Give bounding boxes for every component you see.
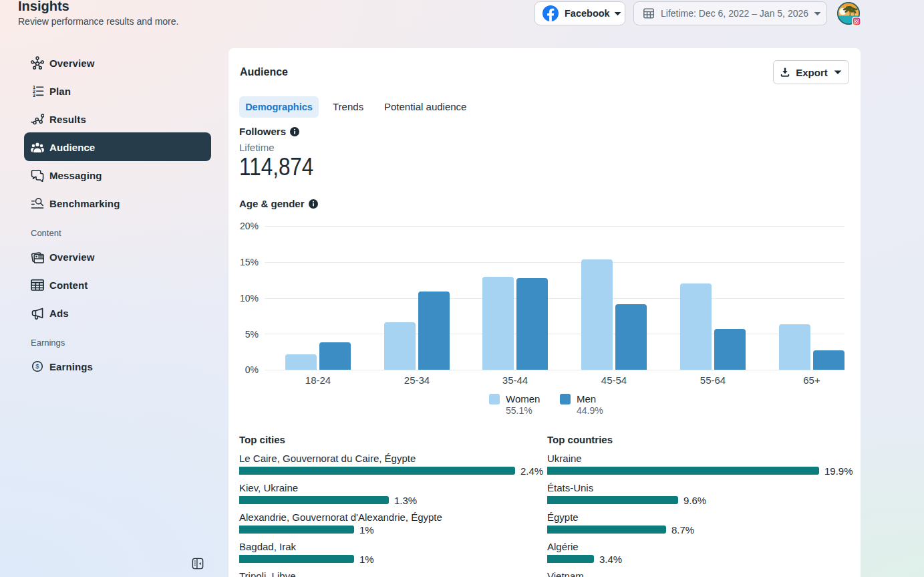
svg-text:3: 3 bbox=[33, 92, 35, 98]
svg-text:$: $ bbox=[35, 362, 39, 370]
